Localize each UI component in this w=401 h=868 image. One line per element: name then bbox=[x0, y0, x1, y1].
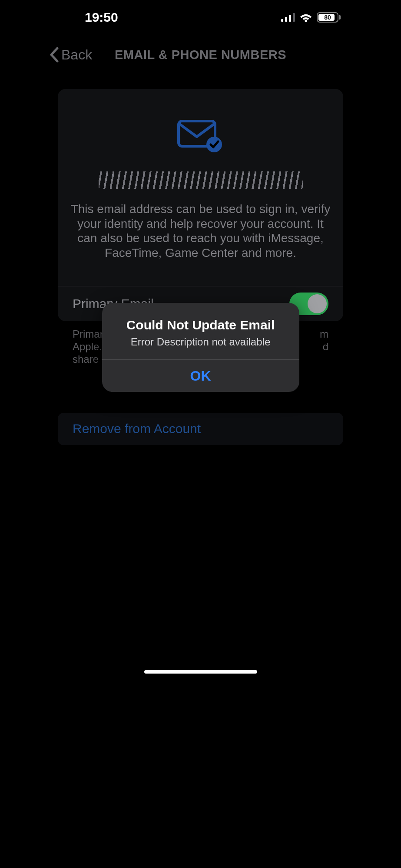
footer-left-2: Apple. bbox=[73, 341, 102, 353]
svg-point-4 bbox=[305, 20, 307, 22]
toggle-knob bbox=[308, 294, 327, 313]
nav-bar: Back EMAIL & PHONE NUMBERS bbox=[43, 39, 358, 70]
alert-dialog: Could Not Update Email Error Description… bbox=[102, 303, 299, 392]
status-time: 19:50 bbox=[85, 10, 118, 25]
cellular-icon bbox=[281, 13, 295, 22]
alert-ok-label: OK bbox=[190, 368, 211, 384]
email-description: This email address can be used to sign i… bbox=[66, 202, 335, 286]
alert-body: Could Not Update Email Error Description… bbox=[102, 303, 299, 359]
mail-icon-wrap bbox=[66, 119, 335, 154]
svg-rect-0 bbox=[281, 19, 283, 22]
remove-from-account-label: Remove from Account bbox=[73, 421, 201, 436]
home-indicator[interactable] bbox=[144, 670, 257, 674]
svg-rect-3 bbox=[293, 13, 295, 22]
alert-title: Could Not Update Email bbox=[111, 318, 291, 332]
email-card: This email address can be used to sign i… bbox=[58, 89, 343, 321]
footer-left-3: share bbox=[73, 353, 99, 365]
alert-message: Error Description not available bbox=[111, 336, 291, 348]
wifi-icon bbox=[299, 13, 312, 22]
chevron-left-icon bbox=[49, 47, 59, 62]
back-label: Back bbox=[61, 47, 92, 63]
email-address-redacted bbox=[99, 171, 303, 189]
mail-verified-icon bbox=[177, 119, 225, 154]
footer-right-m: m bbox=[320, 328, 328, 341]
footer-left-1: Primar bbox=[73, 328, 103, 341]
battery-percent: 80 bbox=[324, 14, 331, 21]
remove-from-account-row[interactable]: Remove from Account bbox=[58, 413, 343, 445]
alert-ok-button[interactable]: OK bbox=[102, 360, 299, 392]
status-bar: 19:50 80 bbox=[43, 0, 358, 35]
back-button[interactable]: Back bbox=[43, 47, 92, 63]
status-right-cluster: 80 bbox=[281, 12, 341, 23]
footer-right-d: d bbox=[323, 341, 328, 353]
battery-indicator: 80 bbox=[317, 12, 341, 23]
svg-rect-2 bbox=[289, 15, 291, 22]
svg-rect-1 bbox=[285, 17, 287, 22]
device-frame: 19:50 80 bbox=[43, 0, 358, 679]
